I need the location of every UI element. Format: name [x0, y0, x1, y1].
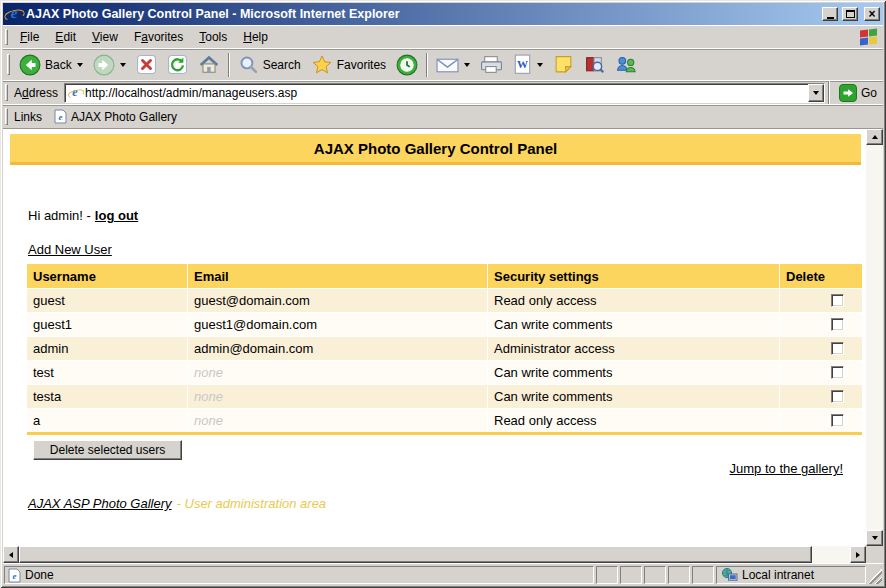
- cell-security: Read only access: [487, 409, 779, 432]
- table-body: guest guest@domain.com Read only access …: [27, 288, 862, 432]
- linksbar-grip[interactable]: [5, 108, 8, 124]
- header-delete: Delete: [779, 264, 862, 288]
- scroll-left-button[interactable]: [3, 546, 19, 563]
- go-button[interactable]: Go: [833, 84, 883, 102]
- resize-grip[interactable]: [868, 566, 882, 584]
- scroll-up-button[interactable]: [866, 129, 883, 145]
- menu-view[interactable]: View: [84, 28, 126, 46]
- security-zone-pane: Local intranet: [716, 566, 866, 584]
- close-button[interactable]: ×: [864, 7, 880, 21]
- arrow-left-icon: [9, 552, 13, 558]
- search-button[interactable]: Search: [233, 52, 306, 77]
- horizontal-scroll-thumb[interactable]: [19, 546, 812, 563]
- home-button[interactable]: [193, 52, 225, 78]
- research-book-icon: [584, 54, 605, 75]
- menu-file[interactable]: File: [12, 28, 47, 46]
- toolbar-separator: [228, 53, 230, 77]
- menu-help[interactable]: Help: [235, 28, 276, 46]
- table-row: admin admin@domain.com Administrator acc…: [27, 336, 862, 360]
- cell-email: guest1@domain.com: [187, 313, 487, 336]
- edit-dropdown-icon[interactable]: [537, 63, 543, 67]
- logout-link[interactable]: log out: [95, 208, 138, 223]
- print-button[interactable]: [475, 53, 508, 76]
- table-header-row: Username Email Security settings Delete: [27, 264, 862, 288]
- delete-checkbox[interactable]: [831, 366, 844, 379]
- minimize-button[interactable]: [822, 7, 838, 21]
- maximize-button[interactable]: [842, 7, 858, 21]
- cell-security: Administrator access: [487, 337, 779, 360]
- delete-checkbox[interactable]: [831, 342, 844, 355]
- vertical-scroll-track[interactable]: [866, 145, 883, 530]
- arrow-up-icon: [872, 135, 878, 139]
- word-document-icon: W: [513, 54, 532, 75]
- horizontal-scrollbar-row: [3, 546, 883, 563]
- home-icon: [198, 54, 220, 76]
- back-label: Back: [45, 58, 72, 72]
- greeting-line: Hi admin! -log out: [28, 208, 138, 223]
- cell-username: guest: [27, 289, 187, 312]
- delete-checkbox[interactable]: [831, 318, 844, 331]
- horizontal-scrollbar[interactable]: [3, 546, 866, 563]
- cell-username: admin: [27, 337, 187, 360]
- stop-icon: [136, 54, 157, 75]
- scrollbar-corner: [866, 546, 883, 563]
- browser-viewport: AJAX Photo Gallery Control Panel Hi admi…: [3, 129, 883, 546]
- cell-email: guest@domain.com: [187, 289, 487, 312]
- addressbar-grip[interactable]: [5, 84, 8, 100]
- back-dropdown-icon[interactable]: [77, 63, 83, 67]
- discuss-button[interactable]: [548, 52, 579, 77]
- svg-text:W: W: [517, 58, 528, 70]
- delete-checkbox[interactable]: [831, 414, 844, 427]
- links-item-ajax-photo-gallery[interactable]: e AJAX Photo Gallery: [50, 109, 181, 124]
- zone-text: Local intranet: [742, 568, 814, 582]
- status-text: Done: [25, 568, 54, 582]
- page-banner: AJAX Photo Gallery Control Panel: [10, 134, 861, 165]
- arrow-right-icon: [856, 552, 860, 558]
- menu-tools[interactable]: Tools: [191, 28, 235, 46]
- footer-gallery-link[interactable]: AJAX ASP Photo Gallery: [28, 496, 172, 511]
- horizontal-scroll-track[interactable]: [812, 546, 850, 563]
- forward-dropdown-icon[interactable]: [120, 63, 126, 67]
- jump-to-gallery-link[interactable]: Jump to the gallery!: [730, 461, 843, 476]
- scroll-right-button[interactable]: [850, 546, 866, 563]
- close-icon: ×: [868, 9, 875, 19]
- cell-username: a: [27, 409, 187, 432]
- status-bar: e Done Local intranet: [3, 563, 883, 585]
- delete-checkbox[interactable]: [831, 294, 844, 307]
- menubar-grip[interactable]: [5, 29, 8, 44]
- header-email: Email: [187, 264, 487, 288]
- address-field[interactable]: e: [64, 83, 825, 103]
- delete-selected-users-button[interactable]: Delete selected users: [33, 440, 182, 460]
- add-new-user-link[interactable]: Add New User: [28, 242, 112, 257]
- stop-button[interactable]: [131, 52, 162, 77]
- ie-logo-icon: e: [6, 6, 22, 22]
- greeting-text: Hi admin! -: [28, 208, 91, 223]
- url-input[interactable]: [85, 86, 805, 100]
- search-label: Search: [263, 58, 301, 72]
- edit-with-word-button[interactable]: W: [508, 52, 548, 77]
- history-icon: [396, 54, 418, 76]
- header-username: Username: [27, 264, 187, 288]
- address-label: Address: [14, 86, 58, 100]
- delete-checkbox[interactable]: [831, 390, 844, 403]
- toolbar-grip[interactable]: [7, 54, 10, 76]
- table-row: test none Can write comments: [27, 360, 862, 384]
- mail-dropdown-icon[interactable]: [464, 63, 470, 67]
- cell-username: testa: [27, 385, 187, 408]
- history-button[interactable]: [391, 52, 423, 78]
- table-row: testa none Can write comments: [27, 384, 862, 408]
- menu-edit[interactable]: Edit: [47, 28, 84, 46]
- address-dropdown-button[interactable]: [808, 84, 824, 102]
- back-button[interactable]: Back: [14, 52, 88, 78]
- menu-favorites[interactable]: Favorites: [126, 28, 191, 46]
- vertical-scrollbar[interactable]: [866, 129, 883, 546]
- page-content: AJAX Photo Gallery Control Panel Hi admi…: [3, 129, 866, 546]
- refresh-button[interactable]: [162, 52, 193, 77]
- research-button[interactable]: [579, 52, 610, 77]
- mail-button[interactable]: [431, 54, 475, 76]
- mail-icon: [436, 56, 459, 74]
- messenger-button[interactable]: [610, 52, 643, 77]
- favorites-button[interactable]: Favorites: [306, 52, 391, 78]
- forward-button[interactable]: [88, 52, 131, 78]
- scroll-down-button[interactable]: [866, 530, 883, 546]
